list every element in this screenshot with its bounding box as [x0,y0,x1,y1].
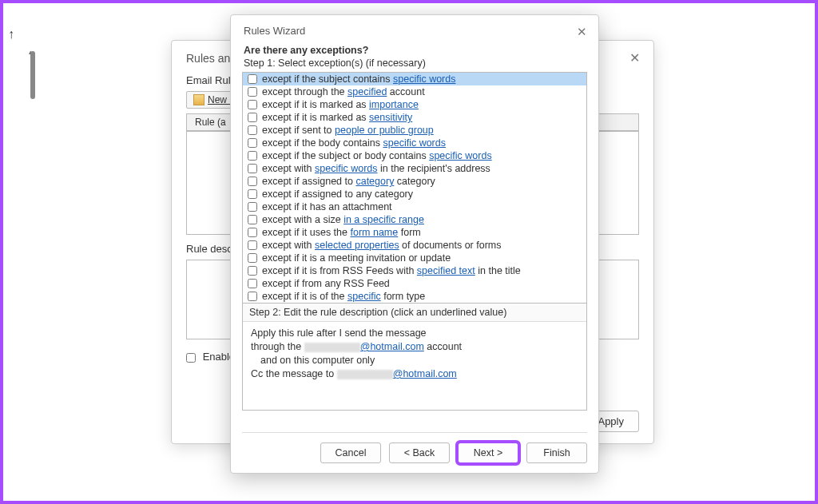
cancel-button[interactable]: Cancel [320,442,381,463]
wizard-button-row: Cancel < Back Next > Finish [242,432,587,463]
exception-row[interactable]: except through the specified account [243,85,586,98]
exception-checkbox[interactable] [248,125,257,135]
exception-row[interactable]: except if it is of the specific form typ… [243,290,586,303]
close-icon[interactable]: ✕ [577,25,587,39]
exception-link[interactable]: specific [347,291,381,302]
back-button[interactable]: < Back [389,442,450,463]
up-arrow-icon: ↑ [8,27,14,42]
new-rule-icon [193,94,204,105]
exception-checkbox[interactable] [248,177,257,186]
redacted-text [304,343,360,352]
next-button[interactable]: Next > [458,442,518,463]
exception-row[interactable]: except with a size in a specific range [243,213,586,226]
exception-row[interactable]: except if assigned to any category [243,188,586,200]
exception-checkbox[interactable] [248,164,257,173]
finish-button[interactable]: Finish [526,442,587,463]
exception-checkbox[interactable] [248,202,257,212]
exception-link[interactable]: form name [350,227,398,238]
exception-link[interactable]: specific words [383,137,446,149]
exception-link[interactable]: specified text [417,265,475,276]
exception-checkbox[interactable] [248,279,257,288]
desc-line: and on this computer only [251,354,578,367]
exception-link[interactable]: in a specific range [343,214,424,225]
rule-description-body: Apply this rule after I send the message… [243,322,586,410]
exception-checkbox[interactable] [248,240,257,250]
step2-label: Step 2: Edit the rule description (click… [243,304,586,322]
exception-row[interactable]: except if assigned to category category [243,175,586,188]
step1-label: Step 1: Select exception(s) (if necessar… [231,56,598,72]
exception-checkbox[interactable] [248,151,257,161]
exception-row[interactable]: except if it has an attachment [243,200,586,213]
desc-line: Cc the message to @hotmail.com [251,367,578,381]
exception-row[interactable]: except with selected properties of docum… [243,239,586,252]
account-link[interactable]: @hotmail.com [360,341,424,352]
redacted-text [337,370,393,379]
exception-link[interactable]: specific words [315,163,378,174]
wizard-question: Are there any exceptions? [231,45,598,56]
exception-list[interactable]: except if the subject contains specific … [242,72,587,303]
close-icon[interactable]: ✕ [629,50,642,63]
cc-link[interactable]: @hotmail.com [393,368,457,379]
scrollbar-thumb[interactable] [30,51,35,99]
exception-link[interactable]: category [355,176,394,187]
exception-row[interactable]: except with specific words in the recipi… [243,162,586,175]
exception-checkbox[interactable] [248,292,257,301]
exception-row[interactable]: except if it is from RSS Feeds with spec… [243,264,586,277]
exception-row[interactable]: except if it is a meeting invitation or … [243,252,586,264]
exception-checkbox[interactable] [248,87,257,97]
rules-wizard-dialog: Rules Wizard ✕ Are there any exceptions?… [230,14,599,474]
exception-row[interactable]: except if the body contains specific wor… [243,137,586,149]
exception-checkbox[interactable] [248,74,257,84]
exception-checkbox[interactable] [248,253,257,263]
exception-row[interactable]: except if it is marked as sensitivity [243,111,586,124]
exception-row[interactable]: except if it is marked as importance [243,98,586,111]
exception-checkbox[interactable] [248,266,257,276]
exception-row[interactable]: except if the subject or body contains s… [243,149,586,162]
exception-row[interactable]: except if it uses the form name form [243,226,586,239]
exception-link[interactable]: importance [369,99,419,110]
exception-row[interactable]: except if the subject contains specific … [243,73,586,85]
exception-checkbox[interactable] [248,215,257,224]
exception-checkbox[interactable] [248,138,257,148]
exception-link[interactable]: specific words [429,150,492,161]
exception-checkbox[interactable] [248,100,257,109]
enable-checkbox[interactable] [186,353,196,363]
exception-link[interactable]: sensitivity [369,112,412,123]
step2-area: Step 2: Edit the rule description (click… [242,303,587,411]
exception-link[interactable]: specific words [393,73,456,85]
wizard-title: Rules Wizard [231,15,598,45]
exception-row[interactable]: except if sent to people or public group [243,124,586,137]
exception-checkbox[interactable] [248,228,257,237]
desc-line: through the @hotmail.com account [251,340,578,354]
desc-line: Apply this rule after I send the message [251,327,578,340]
exception-link[interactable]: specified [347,86,387,97]
exception-checkbox[interactable] [248,189,257,199]
exception-checkbox[interactable] [248,113,257,122]
exception-row[interactable]: except if from any RSS Feed [243,277,586,290]
exception-link[interactable]: people or public group [335,125,434,136]
exception-link[interactable]: selected properties [315,240,399,251]
